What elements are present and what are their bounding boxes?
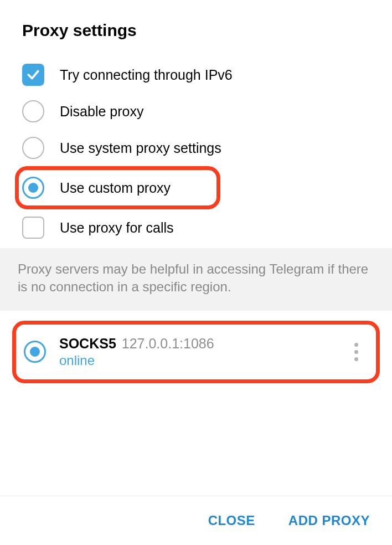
option-proxy-calls[interactable]: Use proxy for calls xyxy=(22,209,370,246)
option-custom-proxy-label: Use custom proxy xyxy=(60,180,171,196)
radio-disable-proxy[interactable] xyxy=(22,100,44,122)
proxy-entry[interactable]: SOCKS5 127.0.0.1:1086 online xyxy=(12,321,380,383)
checkbox-ipv6[interactable] xyxy=(22,64,44,86)
check-icon xyxy=(26,68,40,82)
info-band: Proxy servers may be helpful in accessin… xyxy=(0,248,392,311)
proxy-entry-line1: SOCKS5 127.0.0.1:1086 xyxy=(59,336,338,352)
options-section: Try connecting through IPv6 Disable prox… xyxy=(0,51,392,246)
proxy-protocol: SOCKS5 xyxy=(59,336,116,352)
option-disable-proxy[interactable]: Disable proxy xyxy=(22,93,370,130)
option-system-proxy-label: Use system proxy settings xyxy=(60,140,221,156)
option-proxy-calls-label: Use proxy for calls xyxy=(60,220,174,236)
option-ipv6[interactable]: Try connecting through IPv6 xyxy=(22,56,370,93)
option-disable-proxy-label: Disable proxy xyxy=(60,104,143,120)
radio-custom-proxy[interactable] xyxy=(22,177,44,199)
page-title: Proxy settings xyxy=(0,0,392,51)
proxy-status: online xyxy=(59,353,338,368)
more-options-icon[interactable] xyxy=(351,340,362,364)
option-system-proxy[interactable]: Use system proxy settings xyxy=(22,130,370,166)
proxy-entry-text: SOCKS5 127.0.0.1:1086 online xyxy=(59,336,338,368)
option-ipv6-label: Try connecting through IPv6 xyxy=(60,67,233,83)
checkbox-proxy-calls[interactable] xyxy=(22,217,44,239)
info-text: Proxy servers may be helpful in accessin… xyxy=(18,260,374,296)
proxy-list: SOCKS5 127.0.0.1:1086 online xyxy=(0,311,392,383)
radio-proxy-entry[interactable] xyxy=(24,341,46,363)
radio-system-proxy[interactable] xyxy=(22,137,44,159)
footer: CLOSE ADD PROXY xyxy=(0,496,392,545)
highlight-custom-proxy: Use custom proxy xyxy=(15,166,220,209)
proxy-address: 127.0.0.1:1086 xyxy=(122,336,214,352)
add-proxy-button[interactable]: ADD PROXY xyxy=(288,513,370,528)
radio-dot-icon xyxy=(30,347,40,357)
close-button[interactable]: CLOSE xyxy=(208,513,255,528)
radio-dot-icon xyxy=(28,183,38,193)
